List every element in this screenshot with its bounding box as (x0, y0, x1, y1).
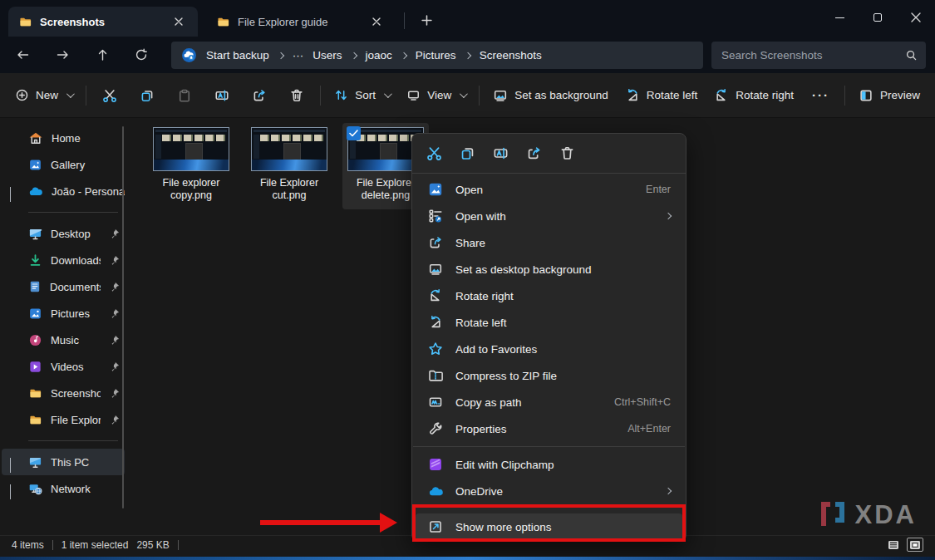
sidebar-item-network[interactable]: Network (2, 475, 125, 502)
tab-file-explorer-guide[interactable]: File Explorer guide (206, 7, 396, 37)
toolbar-divider (479, 86, 480, 106)
menu-item-rotate-left[interactable]: Rotate left (416, 309, 682, 336)
sidebar-item-downloads[interactable]: Downloads (2, 247, 125, 273)
copy-button[interactable] (450, 139, 484, 169)
rename-button[interactable] (484, 139, 517, 169)
view-button[interactable]: View (398, 81, 474, 111)
sidebar-item-gallery[interactable]: Gallery (2, 151, 125, 178)
file-name: File explorer copy.png (150, 177, 233, 202)
toolbar-divider (86, 86, 86, 106)
forward-button[interactable] (48, 42, 76, 68)
menu-item-compress-to-zip[interactable]: Compress to ZIP file (416, 362, 682, 389)
share-button[interactable] (517, 139, 550, 169)
set-as-background-button[interactable]: Set as background (485, 81, 617, 111)
menu-item-label: OneDrive (455, 485, 654, 498)
close-button[interactable] (897, 0, 935, 35)
folder-icon (28, 414, 42, 426)
refresh-button[interactable] (127, 42, 155, 68)
sidebar-item-videos[interactable]: Videos (2, 353, 125, 380)
menu-item-open[interactable]: Open Enter (416, 176, 682, 203)
more-options-button[interactable]: ··· (802, 81, 839, 111)
breadcrumb-chevron-icon[interactable] (278, 52, 284, 58)
search-icon[interactable] (905, 49, 918, 61)
sidebar-item-screenshots[interactable]: Screenshots (2, 380, 125, 406)
menu-item-add-to-favorites[interactable]: Add to Favorites (416, 336, 682, 362)
status-divider (52, 540, 53, 550)
expand-chevron-icon[interactable] (10, 187, 11, 202)
backup-cloud-icon (181, 47, 197, 63)
this-pc-icon (28, 455, 42, 469)
music-icon (28, 333, 42, 347)
maximize-button[interactable] (859, 0, 897, 35)
breadcrumb-start-backup[interactable]: Start backup (206, 49, 269, 61)
paste-button[interactable] (166, 81, 204, 111)
sidebar-item-label: Desktop (51, 228, 101, 240)
tab-close-icon[interactable] (366, 11, 387, 32)
pictures-icon (28, 307, 42, 321)
sidebar-scrollbar[interactable] (122, 126, 125, 508)
expand-chevron-icon[interactable] (10, 484, 11, 499)
preview-button[interactable]: Preview (850, 81, 928, 111)
menu-item-copy-as-path[interactable]: Copy as path Ctrl+Shift+C (416, 389, 682, 415)
home-icon (28, 131, 43, 145)
sidebar-item-home[interactable]: Home (2, 125, 125, 151)
menu-item-onedrive[interactable]: OneDrive (416, 478, 682, 504)
search-input[interactable]: Search Screenshots (711, 42, 926, 69)
breadcrumb-chevron-icon[interactable] (464, 52, 470, 58)
selection-checkbox[interactable] (347, 126, 361, 140)
menu-item-edit-with-clipchamp[interactable]: Edit with Clipchamp (416, 451, 682, 478)
sidebar-item-desktop[interactable]: Desktop (2, 220, 125, 247)
up-button[interactable] (88, 42, 116, 68)
details-view-button[interactable] (885, 538, 902, 552)
expand-chevron-icon[interactable] (10, 458, 11, 473)
file-explorer-window: Screenshots File Explorer guide Start ba… (0, 0, 935, 557)
menu-item-label: Open with (455, 210, 654, 223)
breadcrumb-joaoc[interactable]: joaoc (366, 49, 392, 61)
sidebar-item-file-explorer[interactable]: File Explorer (2, 406, 125, 433)
network-icon (28, 482, 42, 496)
breadcrumb-chevron-icon[interactable] (401, 52, 407, 58)
back-button[interactable] (8, 42, 37, 68)
address-bar: Start backup ··· Users joaoc Pictures Sc… (0, 37, 935, 73)
copy-button[interactable] (129, 81, 166, 111)
file-tile-cut[interactable]: File Explorer cut.png (246, 123, 332, 202)
rotate-left-icon (428, 315, 443, 330)
sidebar-item-documents[interactable]: Documents (2, 273, 125, 300)
menu-item-set-as-desktop-background[interactable]: Set as desktop background (416, 256, 682, 282)
sidebar-item-music[interactable]: Music (2, 327, 125, 353)
sort-button[interactable]: Sort (326, 81, 398, 111)
breadcrumb-users[interactable]: Users (312, 49, 342, 61)
cut-button[interactable] (91, 81, 129, 111)
annotation-highlight-box (412, 504, 686, 542)
pin-icon (109, 255, 120, 266)
sidebar-item-this-pc[interactable]: This PC (2, 449, 125, 475)
rotate-right-icon (714, 88, 729, 103)
menu-item-properties[interactable]: Properties Alt+Enter (416, 415, 682, 442)
delete-button[interactable] (550, 139, 583, 169)
tab-screenshots[interactable]: Screenshots (8, 7, 198, 37)
tab-close-icon[interactable] (168, 11, 189, 32)
menu-item-open-with[interactable]: Open with (416, 203, 682, 229)
sort-label: Sort (355, 89, 376, 101)
thumbnail-view-button[interactable] (907, 538, 923, 552)
breadcrumb-overflow[interactable]: ··· (293, 49, 304, 61)
rotate-left-button[interactable]: Rotate left (617, 81, 706, 111)
sidebar-item-pictures[interactable]: Pictures (2, 300, 125, 327)
sidebar-item-onedrive-personal[interactable]: João - Personal (2, 178, 125, 204)
cut-button[interactable] (417, 139, 450, 169)
new-button[interactable]: New (7, 81, 81, 111)
breadcrumb-chevron-icon[interactable] (350, 52, 357, 58)
new-tab-button[interactable] (414, 8, 439, 32)
menu-item-share[interactable]: Share (416, 229, 682, 256)
rename-button[interactable] (204, 81, 241, 111)
share-icon (428, 235, 443, 250)
share-button[interactable] (241, 81, 278, 111)
delete-button[interactable] (278, 81, 315, 111)
minimize-button[interactable] (820, 0, 859, 35)
breadcrumb-screenshots[interactable]: Screenshots (480, 49, 542, 61)
menu-item-rotate-right[interactable]: Rotate right (416, 282, 682, 309)
breadcrumb-pictures[interactable]: Pictures (416, 49, 456, 61)
file-tile-copy[interactable]: File explorer copy.png (148, 123, 234, 202)
copy-icon (460, 145, 475, 161)
rotate-right-button[interactable]: Rotate right (706, 81, 802, 111)
